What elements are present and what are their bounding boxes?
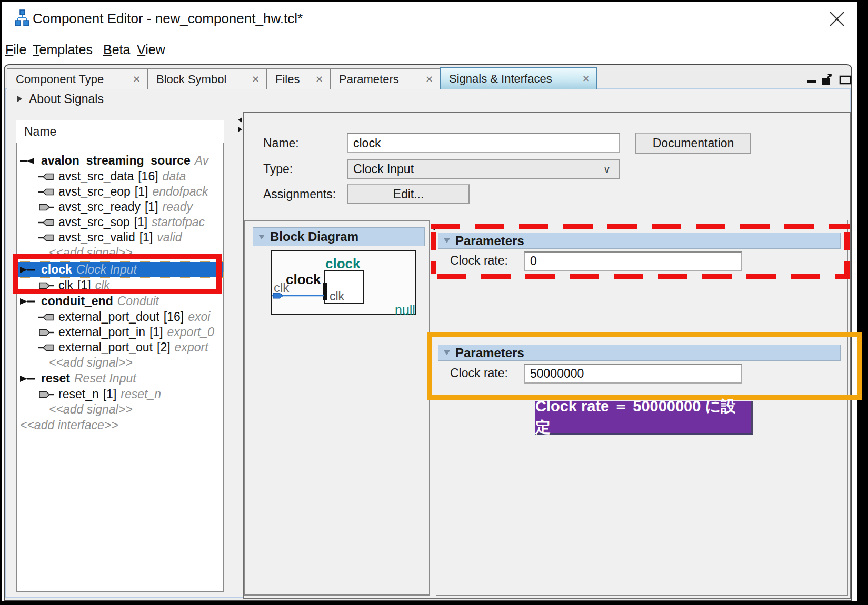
menu-templates[interactable]: Templates: [33, 42, 93, 57]
assignments-edit-button[interactable]: Edit...: [347, 184, 470, 204]
tree-row-external-port-out[interactable]: external_port_out[2]export: [17, 340, 223, 355]
annotation-red-box-clock: [13, 254, 222, 294]
tab-parameters[interactable]: Parameters ✕: [330, 68, 440, 89]
type-label: Type:: [263, 162, 293, 176]
block-diagram-header[interactable]: Block Diagram: [253, 227, 425, 246]
annotation-red-dashed-box-parameters: [844, 232, 850, 274]
tab-label: Parameters: [339, 73, 399, 86]
tab-files[interactable]: Files ✕: [266, 68, 330, 89]
type-dropdown[interactable]: Clock Input∨: [347, 159, 620, 179]
menu-view[interactable]: View: [137, 42, 165, 57]
tree-row-avst-src-valid[interactable]: avst_src_valid[1]valid: [17, 230, 223, 245]
clock-wire: [272, 291, 325, 300]
component-editor-window: Component Editor - new_component_hw.tcl*…: [2, 2, 857, 601]
tree-row-avst-src-data[interactable]: avst_src_data[16]data: [17, 169, 223, 184]
output-signal-icon: [38, 314, 54, 321]
tab-close-icon[interactable]: ✕: [133, 74, 141, 85]
assignments-label: Assignments:: [263, 187, 336, 201]
menu-file[interactable]: File: [5, 42, 26, 57]
null-label: null: [395, 302, 415, 318]
about-signals-label[interactable]: About Signals: [29, 92, 104, 106]
tree-row-conduit-end[interactable]: conduit_endConduit: [17, 294, 223, 309]
minimize-icon: [807, 80, 816, 83]
clock-rate-input-original[interactable]: 0: [524, 251, 742, 271]
tree-row-avst-src-sop[interactable]: avst_src_sop[1]startofpac: [17, 215, 223, 230]
input-interface-icon: [20, 298, 37, 305]
window-buttons[interactable]: [806, 74, 855, 86]
output-signal-icon: [38, 188, 54, 196]
tree-row-external-port-in[interactable]: external_port_in[1]export_0: [17, 325, 223, 340]
input-signal-icon: [38, 204, 54, 211]
annotation-red-dashed-box-parameters: [431, 232, 436, 274]
app-icon: [15, 9, 31, 27]
tab-label: Files: [275, 73, 300, 86]
menu-beta[interactable]: Beta: [103, 42, 130, 57]
title-bar: Component Editor - new_component_hw.tcl*: [2, 2, 857, 36]
tab-label: Block Symbol: [156, 73, 226, 86]
chevron-down-icon: ∨: [603, 164, 611, 176]
inner-port-label: clk: [330, 289, 344, 304]
tab-close-icon[interactable]: ✕: [315, 74, 323, 85]
tab-close-icon[interactable]: ✕: [425, 74, 433, 85]
output-signal-icon: [38, 173, 54, 180]
tree-row-reset[interactable]: resetReset Input: [17, 371, 223, 386]
tree-row-add-signal[interactable]: <<add signal>>: [17, 355, 223, 370]
about-signals-expander-icon[interactable]: [17, 96, 22, 102]
tree-row-avst-src-eop[interactable]: avst_src_eop[1]endofpack: [17, 184, 223, 199]
annotation-red-dashed-box-parameters: [431, 224, 850, 229]
close-icon[interactable]: [827, 9, 846, 28]
collapse-triangle-icon: [258, 235, 265, 239]
tab-label: Signals & Interfaces: [449, 72, 552, 86]
tree-column-name[interactable]: Name: [16, 120, 224, 143]
tree-row-add-interface[interactable]: <<add interface>>: [17, 418, 223, 433]
tree-row-avalon-streaming-source[interactable]: avalon_streaming_sourceAv: [17, 153, 223, 168]
annotation-red-dashed-box-parameters: [437, 274, 850, 279]
tab-close-icon[interactable]: ✕: [582, 73, 590, 85]
name-label: Name:: [263, 136, 299, 150]
name-input[interactable]: clock: [347, 133, 620, 153]
tree-row-external-port-dout[interactable]: external_port_dout[16]exoi: [17, 309, 223, 325]
tab-component-type[interactable]: Component Type ✕: [7, 68, 147, 89]
input-signal-icon: [38, 329, 54, 336]
output-signal-icon: [38, 234, 54, 241]
collapse-triangle-icon: [444, 238, 450, 243]
clock-rate-label-original: Clock rate:: [450, 254, 508, 268]
output-interface-icon: [20, 157, 37, 165]
splitter-collapse-left-icon[interactable]: [238, 117, 242, 123]
block-label: clock: [286, 271, 321, 288]
tree-row-reset-n[interactable]: reset_n[1]reset_n: [17, 387, 223, 402]
menu-bar: File Templates Beta View: [2, 36, 857, 64]
output-signal-icon: [38, 219, 54, 226]
output-signal-icon: [38, 344, 54, 351]
input-interface-icon: [20, 375, 37, 382]
tab-block-symbol[interactable]: Block Symbol ✕: [147, 68, 266, 89]
input-signal-icon: [38, 391, 54, 398]
window-title: Component Editor - new_component_hw.tcl*: [33, 11, 303, 27]
screenshot: Component Editor - new_component_hw.tcl*…: [0, 0, 868, 605]
parameters-header-original[interactable]: Parameters: [438, 233, 841, 249]
splitter-expand-right-icon[interactable]: [238, 127, 242, 132]
tree-row-add-signal[interactable]: <<add signal>>: [17, 402, 223, 417]
documentation-button[interactable]: Documentation: [635, 133, 751, 154]
tab-label: Component Type: [16, 73, 104, 86]
tab-close-icon[interactable]: ✕: [252, 74, 260, 85]
annotation-callout: Clock rate ＝ 50000000 に設定: [535, 401, 753, 435]
tab-signals-interfaces[interactable]: Signals & Interfaces ✕: [440, 67, 597, 89]
tree-row-avst-src-ready[interactable]: avst_src_ready[1]ready: [17, 199, 223, 215]
annotation-orange-box-parameters: [427, 332, 862, 400]
